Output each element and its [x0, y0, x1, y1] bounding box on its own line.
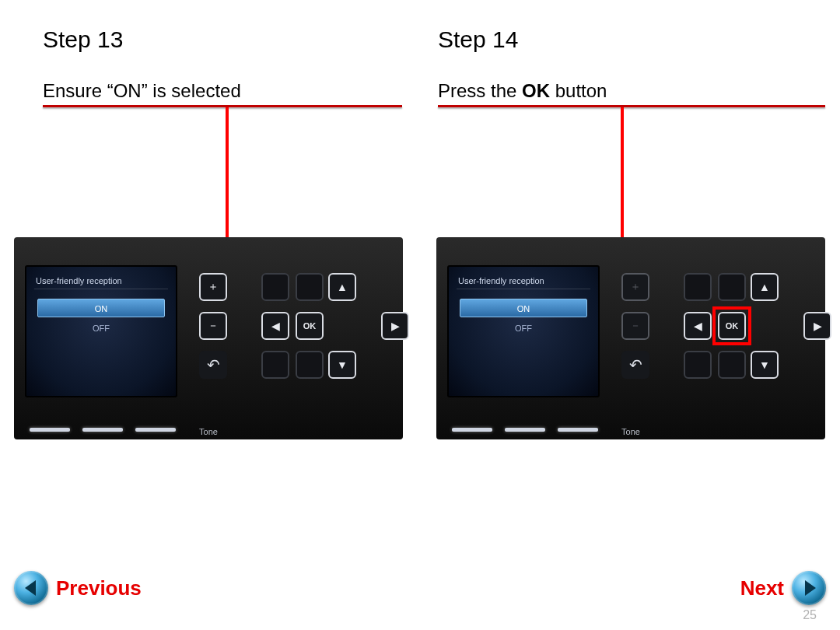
up-button-right[interactable]: ▲ [751, 273, 779, 301]
lcd-option-on-right: ON [460, 299, 587, 317]
plus-button-left[interactable]: ＋ [199, 273, 227, 301]
up-button-left[interactable]: ▲ [328, 273, 356, 301]
step13-heading: Step 13 [43, 26, 123, 53]
printer-panel-right: User-friendly reception ON OFF ＋ － ↶ ▲ ◀… [436, 237, 825, 439]
next-nav[interactable]: Next [740, 571, 826, 605]
next-label: Next [740, 576, 784, 600]
step14-heading: Step 14 [438, 26, 518, 53]
panel-slot [296, 351, 324, 379]
step14-instruction: Press the OK button [438, 80, 607, 102]
lcd-option-off-right: OFF [460, 319, 587, 338]
lcd-right: User-friendly reception ON OFF [447, 265, 600, 397]
instruction-post: button [550, 80, 607, 101]
lcd-title-left: User-friendly reception [34, 273, 168, 289]
slide: Step 13 Ensure “ON” is selected User-fri… [0, 0, 840, 630]
ok-button-right[interactable]: OK [718, 312, 746, 340]
page-number: 25 [803, 608, 817, 622]
ok-button-left[interactable]: OK [296, 312, 324, 340]
tone-label-right: Tone [436, 427, 825, 436]
down-button-left[interactable]: ▼ [328, 351, 356, 379]
instruction-bold: OK [522, 80, 550, 101]
minus-button-right[interactable]: － [621, 312, 649, 340]
left-button-left[interactable]: ◀ [261, 312, 289, 340]
step13-instruction: Ensure “ON” is selected [43, 80, 241, 102]
panel-slot [261, 273, 289, 301]
panel-slot [296, 273, 324, 301]
previous-nav[interactable]: Previous [14, 571, 142, 605]
panel-slot [718, 351, 746, 379]
tone-label-left: Tone [14, 427, 403, 436]
left-button-right[interactable]: ◀ [684, 312, 712, 340]
printer-panel-left: User-friendly reception ON OFF ＋ － ↶ ▲ ◀… [14, 237, 403, 439]
panel-slot [684, 273, 712, 301]
previous-label: Previous [56, 576, 142, 600]
instruction-pre: Press the [438, 80, 522, 101]
next-icon [792, 571, 826, 605]
back-button-right[interactable]: ↶ [621, 351, 649, 379]
previous-icon [14, 571, 48, 605]
right-button-right[interactable]: ▶ [803, 312, 831, 340]
lcd-option-off-left: OFF [37, 319, 165, 338]
back-button-left[interactable]: ↶ [199, 351, 227, 379]
lcd-left: User-friendly reception ON OFF [25, 265, 177, 397]
step14-underline [438, 105, 825, 107]
panel-slot [718, 273, 746, 301]
minus-button-left[interactable]: － [199, 312, 227, 340]
panel-slot [261, 351, 289, 379]
down-button-right[interactable]: ▼ [751, 351, 779, 379]
step13-underline [43, 105, 402, 107]
plus-button-right[interactable]: ＋ [621, 273, 649, 301]
lcd-option-on-left: ON [37, 299, 165, 317]
lcd-title-right: User-friendly reception [457, 273, 590, 289]
right-button-left[interactable]: ▶ [381, 312, 409, 340]
panel-slot [684, 351, 712, 379]
